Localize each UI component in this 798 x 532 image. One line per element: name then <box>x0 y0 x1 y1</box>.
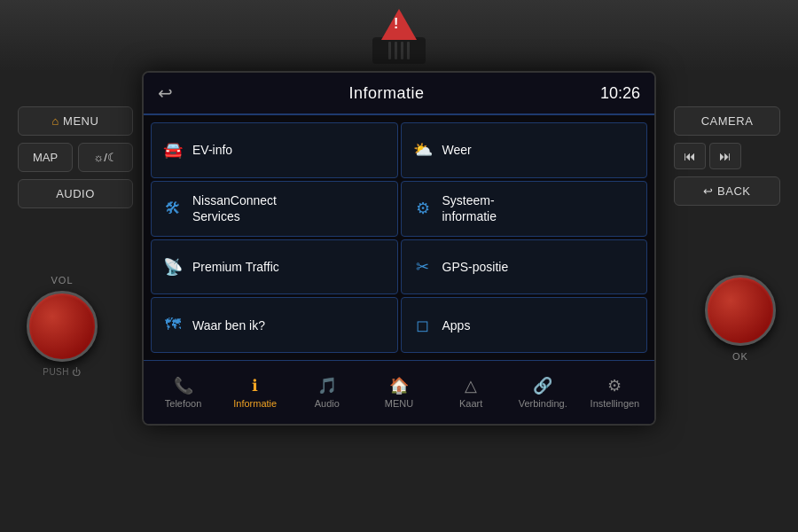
nav-icon-informatie: ℹ <box>252 376 258 395</box>
nav-label-menu: MENU <box>385 398 413 409</box>
nav-icon-audio: 🎵 <box>317 376 337 395</box>
nav-label-telefoon: Telefoon <box>165 398 202 409</box>
screen-time: 10:26 <box>600 84 640 103</box>
nav-icon-telefoon: 📞 <box>174 376 193 395</box>
nav-label-audio: Audio <box>315 398 340 409</box>
center-vent <box>372 37 426 64</box>
systeem-label: Systeem- informatie <box>442 192 497 224</box>
menu-item-weer[interactable]: ⛅Weer <box>401 122 648 178</box>
nissanconnect-label: NissanConnect Services <box>192 192 277 224</box>
menu-item-waar-ben-ik[interactable]: 🗺Waar ben ik? <box>151 297 398 353</box>
weer-icon: ⛅ <box>412 140 434 160</box>
nissanconnect-icon: 🛠 <box>162 200 184 218</box>
nav-item-informatie[interactable]: ℹInformatie <box>224 372 286 412</box>
menu-grid: 🚘EV-info⛅Weer🛠NissanConnect Services⚙Sys… <box>144 115 654 360</box>
volume-area: VOL PUSH ⏻ <box>27 275 98 377</box>
nav-item-kaart[interactable]: △Kaart <box>440 372 502 412</box>
next-button[interactable]: ⏭ <box>709 143 741 169</box>
brightness-button[interactable]: ☼/☾ <box>78 143 133 172</box>
ev-info-label: EV-info <box>192 142 232 158</box>
nav-icon-menu: 🏠 <box>389 376 409 395</box>
nav-bar: 📞TelefoonℹInformatie🎵Audio🏠MENU△Kaart🔗Ve… <box>144 360 654 424</box>
waar-ben-ik-label: Waar ben ik? <box>192 317 265 333</box>
nav-item-instellingen[interactable]: ⚙Instellingen <box>583 372 645 412</box>
prev-button[interactable]: ⏮ <box>674 143 706 169</box>
nav-icon-verbinding: 🔗 <box>533 376 552 395</box>
nav-item-telefoon[interactable]: 📞Telefoon <box>153 372 215 412</box>
right-controls-panel: CAMERA ⏮ ⏭ ↩ BACK <box>674 106 780 206</box>
nav-icon-instellingen: ⚙ <box>607 376 622 395</box>
map-button[interactable]: MAP <box>18 143 73 172</box>
menu-item-systeem[interactable]: ⚙Systeem- informatie <box>401 181 648 237</box>
weer-label: Weer <box>442 142 472 158</box>
menu-item-nissanconnect[interactable]: 🛠NissanConnect Services <box>151 181 398 237</box>
apps-icon: ◻ <box>412 316 434 335</box>
nav-icon-kaart: △ <box>465 376 477 395</box>
left-controls-panel: ⌂ MENU MAP ☼/☾ AUDIO <box>18 106 133 208</box>
menu-item-apps[interactable]: ◻Apps <box>401 297 648 353</box>
menu-item-ev-info[interactable]: 🚘EV-info <box>151 122 398 178</box>
dashboard: ⌂ MENU MAP ☼/☾ AUDIO VOL PUSH ⏻ ↩ Inform… <box>0 0 798 532</box>
back-hw-button[interactable]: ↩ BACK <box>674 176 780 206</box>
ok-label: OK <box>732 351 748 362</box>
screen-title: Informatie <box>348 84 424 103</box>
premium-traffic-icon: 📡 <box>162 257 184 277</box>
gps-positie-label: GPS-positie <box>442 259 509 275</box>
vol-label: VOL <box>51 275 73 286</box>
apps-label: Apps <box>442 317 471 333</box>
gps-positie-icon: ✂ <box>412 257 434 277</box>
ev-info-icon: 🚘 <box>162 140 184 160</box>
nav-label-kaart: Kaart <box>459 398 482 409</box>
main-screen: ↩ Informatie 10:26 🚘EV-info⛅Weer🛠NissanC… <box>142 71 656 426</box>
right-knob-area: OK <box>705 275 776 362</box>
menu-button[interactable]: ⌂ MENU <box>18 106 133 136</box>
push-label: PUSH ⏻ <box>43 367 82 377</box>
ok-knob[interactable] <box>705 275 776 346</box>
premium-traffic-label: Premium Traffic <box>192 259 279 275</box>
menu-item-gps-positie[interactable]: ✂GPS-positie <box>401 239 648 295</box>
warning-button[interactable] <box>381 9 417 40</box>
nav-item-menu[interactable]: 🏠MENU <box>368 372 430 412</box>
waar-ben-ik-icon: 🗺 <box>162 316 184 334</box>
systeem-icon: ⚙ <box>412 199 434 218</box>
media-controls: ⏮ ⏭ <box>674 143 780 169</box>
screen-header: ↩ Informatie 10:26 <box>144 73 654 115</box>
nav-label-verbinding: Verbinding. <box>519 398 567 409</box>
audio-button[interactable]: AUDIO <box>18 179 133 208</box>
nav-item-verbinding[interactable]: 🔗Verbinding. <box>512 372 574 412</box>
nav-item-audio[interactable]: 🎵Audio <box>296 372 358 412</box>
volume-knob[interactable] <box>27 291 98 362</box>
nav-label-informatie: Informatie <box>233 398 277 409</box>
back-button[interactable]: ↩ <box>158 82 173 104</box>
nav-label-instellingen: Instellingen <box>591 398 640 409</box>
menu-item-premium-traffic[interactable]: 📡Premium Traffic <box>151 239 398 295</box>
camera-button[interactable]: CAMERA <box>674 106 780 136</box>
top-vent-area <box>0 0 798 71</box>
